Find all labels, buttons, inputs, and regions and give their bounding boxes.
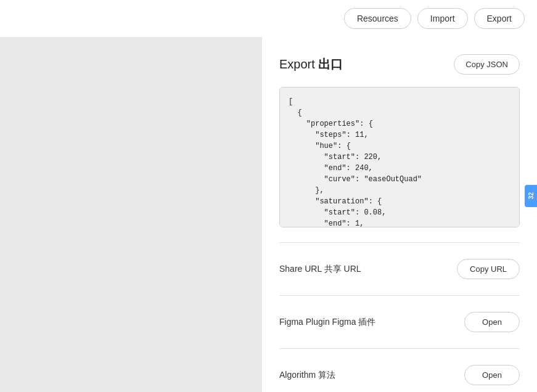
side-handle[interactable]: 32 [525, 185, 537, 207]
side-handle-label: 32 [528, 192, 535, 199]
figma-plugin-row: Figma Plugin Figma 插件 Open [279, 308, 520, 336]
divider-1 [279, 242, 520, 243]
algorithm-open-button[interactable]: Open [464, 365, 520, 385]
resources-button[interactable]: Resources [344, 8, 411, 29]
panel-header: Export 出口 Copy JSON [279, 54, 520, 75]
export-button[interactable]: Export [474, 8, 525, 29]
top-bar: Resources Import Export [0, 0, 537, 37]
algorithm-label: Algorithm 算法 [279, 370, 335, 381]
divider-3 [279, 348, 520, 349]
figma-plugin-label: Figma Plugin Figma 插件 [279, 317, 375, 328]
share-url-row: Share URL 共享 URL Copy URL [279, 255, 520, 283]
panel-title: Export 出口 [279, 56, 343, 73]
algorithm-row: Algorithm 算法 Open [279, 361, 520, 389]
json-textarea[interactable]: [ { "properties": { "steps": 11, "hue": … [279, 87, 520, 227]
figma-open-button[interactable]: Open [464, 312, 520, 332]
divider-2 [279, 295, 520, 296]
left-canvas-area [0, 37, 262, 392]
share-url-label: Share URL 共享 URL [279, 264, 361, 275]
copy-url-button[interactable]: Copy URL [457, 259, 520, 279]
import-button[interactable]: Import [417, 8, 468, 29]
export-panel: Export 出口 Copy JSON [ { "properties": { … [262, 37, 537, 392]
copy-json-button[interactable]: Copy JSON [454, 54, 520, 75]
